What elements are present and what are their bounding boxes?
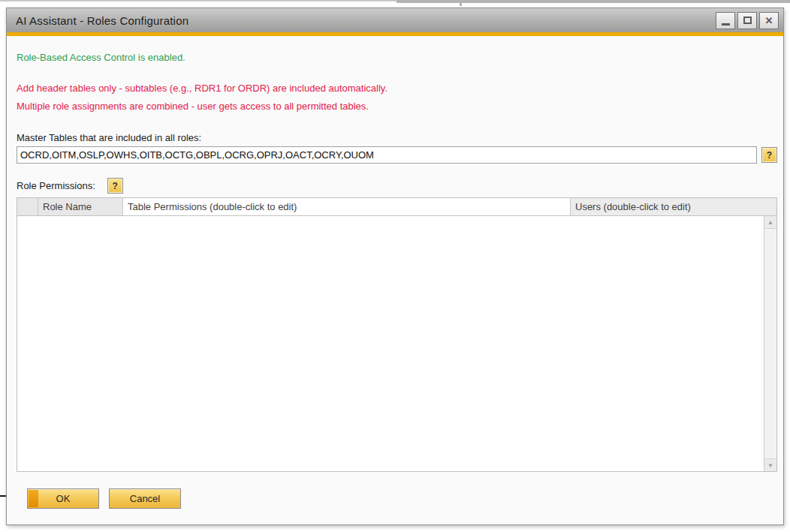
table-header-row: Role Name Table Permissions (double-clic… bbox=[17, 198, 776, 216]
background-window-tick bbox=[460, 0, 462, 6]
title-bar[interactable]: AI Assistant - Roles Configuration ✕ bbox=[7, 8, 783, 32]
master-tables-help-button[interactable]: ? bbox=[761, 147, 777, 163]
role-permissions-help-button[interactable]: ? bbox=[107, 178, 123, 194]
role-permissions-label: Role Permissions: bbox=[17, 180, 95, 191]
vertical-scrollbar[interactable]: ▲ ▼ bbox=[764, 216, 776, 471]
role-name-column-header: Role Name bbox=[38, 198, 123, 215]
minimize-icon bbox=[722, 23, 730, 26]
role-permissions-header-row: Role Permissions: ? bbox=[17, 178, 777, 194]
background-window-edge-right bbox=[397, 0, 790, 3]
table-permissions-column-header: Table Permissions (double-click to edit) bbox=[123, 198, 571, 215]
roles-configuration-dialog: AI Assistant - Roles Configuration ✕ Rol… bbox=[6, 8, 784, 525]
warning-message-1: Add header tables only - subtables (e.g.… bbox=[17, 83, 777, 94]
maximize-button[interactable] bbox=[737, 12, 757, 29]
role-permissions-table: Role Name Table Permissions (double-clic… bbox=[17, 197, 777, 472]
maximize-icon bbox=[743, 17, 752, 24]
dialog-content: Role-Based Access Control is enabled. Ad… bbox=[7, 36, 783, 524]
master-tables-input[interactable] bbox=[17, 146, 757, 164]
selector-column-header bbox=[17, 198, 38, 215]
master-tables-row: ? bbox=[17, 146, 777, 164]
close-icon: ✕ bbox=[765, 16, 773, 26]
table-body: ▲ ▼ bbox=[17, 216, 776, 471]
ok-button-label: OK bbox=[56, 493, 71, 504]
minimize-button[interactable] bbox=[716, 12, 735, 29]
users-column-header: Users (double-click to edit) bbox=[571, 198, 776, 215]
cancel-button[interactable]: Cancel bbox=[109, 488, 181, 509]
status-message: Role-Based Access Control is enabled. bbox=[17, 52, 777, 63]
window-title: AI Assistant - Roles Configuration bbox=[16, 14, 713, 27]
default-button-strip bbox=[29, 490, 38, 507]
warning-message-2: Multiple role assignments are combined -… bbox=[17, 101, 777, 112]
master-tables-label: Master Tables that are included in all r… bbox=[17, 132, 777, 143]
ok-button[interactable]: OK bbox=[27, 488, 99, 509]
cancel-button-label: Cancel bbox=[130, 493, 160, 504]
scroll-up-button[interactable]: ▲ bbox=[764, 216, 776, 229]
grid-body-rows bbox=[17, 216, 764, 471]
footer: OK Cancel bbox=[17, 472, 777, 524]
close-button[interactable]: ✕ bbox=[759, 12, 779, 29]
scroll-down-button[interactable]: ▼ bbox=[764, 458, 776, 471]
